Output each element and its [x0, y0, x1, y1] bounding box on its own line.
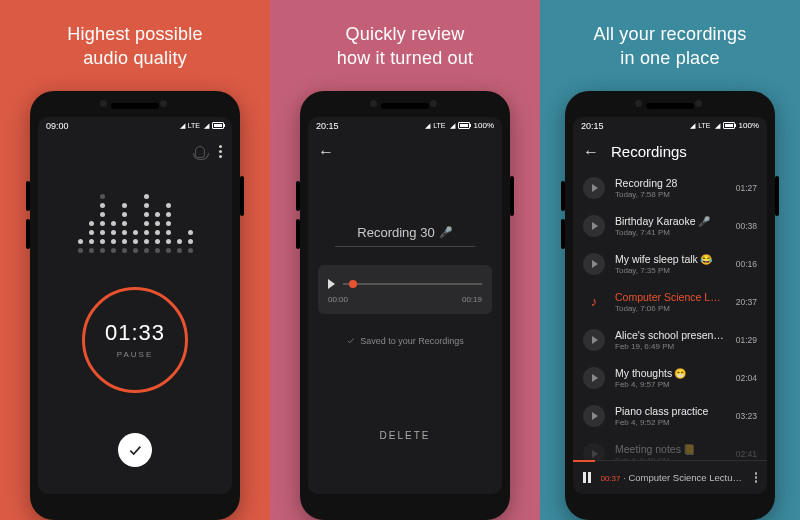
- recording-duration: 20:37: [736, 297, 757, 307]
- headline-strong: review: [411, 24, 464, 44]
- play-button[interactable]: [583, 443, 605, 460]
- battery-pct: 100%: [474, 121, 494, 130]
- headline: All your recordings in one place: [594, 22, 747, 71]
- play-button[interactable]: [583, 215, 605, 237]
- app-topbar: ← Recordings: [573, 135, 767, 169]
- play-icon: [592, 412, 598, 420]
- play-button[interactable]: [583, 253, 605, 275]
- recording-name: My thoughts😁: [615, 367, 726, 379]
- play-icon: [592, 336, 598, 344]
- page-title: Recordings: [611, 143, 687, 160]
- play-icon: [592, 260, 598, 268]
- recording-name: Alice's school presentation❤️: [615, 329, 726, 341]
- screen-review: 20:15 ◢ LTE ◢ 100% ← Recording 30 🎤: [308, 117, 502, 494]
- play-button[interactable]: [583, 367, 605, 389]
- check-icon: [346, 336, 355, 345]
- saved-text: Saved to your Recordings: [360, 336, 464, 346]
- lte-label: LTE: [433, 122, 445, 129]
- back-icon[interactable]: ←: [318, 144, 334, 160]
- recording-sub: Feb 19, 6:49 PM: [615, 342, 726, 351]
- play-button[interactable]: [583, 177, 605, 199]
- recording-sub: Feb 4, 9:57 PM: [615, 380, 726, 389]
- recording-row[interactable]: ♪Computer Science Lecture📒Today, 7:06 PM…: [573, 283, 767, 321]
- clock: 20:15: [316, 121, 339, 131]
- headline: Quickly review how it turned out: [337, 22, 473, 71]
- time-start: 00:00: [328, 295, 348, 304]
- play-icon[interactable]: [328, 279, 335, 289]
- recording-name: Birthday Karaoke🎤: [615, 215, 726, 227]
- now-title: Computer Science Lecture: [628, 472, 742, 483]
- play-icon: [592, 222, 598, 230]
- recording-sub: Today, 7:35 PM: [615, 266, 726, 275]
- headline-line2a: audio: [83, 48, 133, 68]
- saved-message: Saved to your Recordings: [346, 336, 464, 346]
- recording-title-field[interactable]: Recording 30 🎤: [335, 225, 475, 247]
- elapsed-time: 01:33: [105, 320, 165, 346]
- recording-row[interactable]: My thoughts😁Feb 4, 9:57 PM02:04: [573, 359, 767, 397]
- status-bar: 20:15 ◢ LTE ◢ 100%: [308, 117, 502, 135]
- check-icon: [127, 442, 143, 458]
- overflow-menu-icon[interactable]: [755, 472, 758, 483]
- now-emoji: 📒: [744, 472, 745, 483]
- recording-duration: 00:16: [736, 259, 757, 269]
- now-playing-icon[interactable]: ♪: [583, 291, 605, 313]
- headline: Highest possible audio quality: [67, 22, 202, 71]
- promo-panel-list: All your recordings in one place 20:15 ◢…: [540, 0, 800, 520]
- battery-icon: [723, 122, 735, 129]
- app-topbar: [38, 135, 232, 169]
- promo-panel-review: Quickly review how it turned out 20:15 ◢…: [270, 0, 540, 520]
- record-ring[interactable]: 01:33 PAUSE: [82, 287, 188, 393]
- mic-emoji: 🎤: [439, 226, 453, 239]
- battery-pct: 100%: [739, 121, 759, 130]
- recording-name: Meeting notes📒: [615, 443, 726, 455]
- now-playing-text: 00:37 · Computer Science Lecture 📒: [601, 472, 745, 483]
- recordings-list[interactable]: Recording 28Today, 7:58 PM01:27Birthday …: [573, 169, 767, 460]
- recording-row[interactable]: Birthday Karaoke🎤Today, 7:41 PM00:38: [573, 207, 767, 245]
- status-bar: 20:15 ◢ LTE ◢ 100%: [573, 117, 767, 135]
- lte-label: LTE: [698, 122, 710, 129]
- recording-duration: 03:23: [736, 411, 757, 421]
- signal-icon: ◢: [425, 122, 429, 130]
- recording-row[interactable]: My wife sleep talk😂Today, 7:35 PM00:16: [573, 245, 767, 283]
- battery-icon: [458, 122, 470, 129]
- recording-row[interactable]: Meeting notes📒Feb 4, 9:49 PM02:41: [573, 435, 767, 460]
- headline-line1: Highest possible: [67, 24, 202, 44]
- phone-frame: 20:15 ◢ LTE ◢ 100% ← Recording 30 🎤: [300, 91, 510, 520]
- recording-name: Computer Science Lecture📒: [615, 291, 726, 303]
- headline-line2: how it turned out: [337, 48, 473, 68]
- recording-duration: 02:41: [736, 449, 757, 459]
- recording-row[interactable]: Recording 28Today, 7:58 PM01:27: [573, 169, 767, 207]
- promo-panel-quality: Highest possible audio quality 09:00 ◢ L…: [0, 0, 270, 520]
- headline-line1: All your recordings: [594, 24, 747, 44]
- signal-icon: ◢: [715, 122, 719, 130]
- recording-row[interactable]: Piano class practiceFeb 4, 9:52 PM03:23: [573, 397, 767, 435]
- phone-frame: 09:00 ◢ LTE ◢: [30, 91, 240, 520]
- recording-sub: Today, 7:06 PM: [615, 304, 726, 313]
- headline-strong: one place: [640, 48, 720, 68]
- play-icon: [592, 184, 598, 192]
- recording-name: Recording 28: [615, 177, 726, 189]
- headline-line2a: in: [620, 48, 640, 68]
- time-end: 00:19: [462, 295, 482, 304]
- recording-duration: 02:04: [736, 373, 757, 383]
- back-icon[interactable]: ←: [583, 144, 599, 160]
- recording-duration: 01:27: [736, 183, 757, 193]
- headline-strong: quality: [133, 48, 186, 68]
- pause-icon[interactable]: [583, 472, 591, 483]
- headline-line1a: Quickly: [346, 24, 412, 44]
- delete-button[interactable]: DELETE: [380, 430, 431, 441]
- seek-track[interactable]: [343, 283, 482, 285]
- overflow-menu-icon[interactable]: [219, 145, 222, 158]
- screen-recordings-list: 20:15 ◢ LTE ◢ 100% ← Recordings Recordin…: [573, 117, 767, 494]
- finish-button[interactable]: [118, 433, 152, 467]
- recording-name: Piano class practice: [615, 405, 726, 417]
- now-playing-bar[interactable]: 00:37 · Computer Science Lecture 📒: [573, 460, 767, 494]
- battery-icon: [212, 122, 224, 129]
- play-button[interactable]: [583, 329, 605, 351]
- mic-icon[interactable]: [195, 146, 205, 158]
- recording-row[interactable]: Alice's school presentation❤️Feb 19, 6:4…: [573, 321, 767, 359]
- recording-sub: Feb 4, 9:52 PM: [615, 418, 726, 427]
- play-button[interactable]: [583, 405, 605, 427]
- seek-knob[interactable]: [349, 280, 357, 288]
- clock: 20:15: [581, 121, 604, 131]
